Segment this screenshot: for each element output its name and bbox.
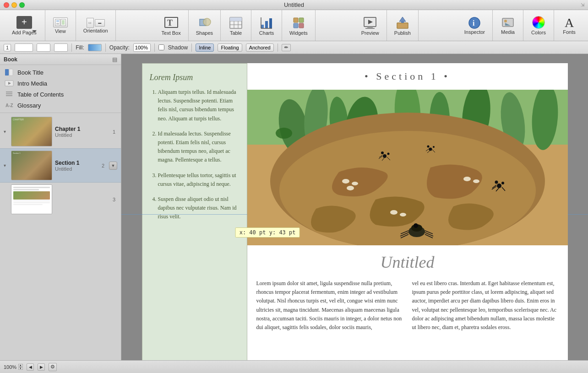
svg-point-62	[347, 186, 354, 190]
publish-button[interactable]: Publish	[391, 14, 414, 38]
table-button[interactable]: Table	[224, 14, 247, 38]
settings-button[interactable]: ⚙	[49, 363, 57, 371]
sidebar-item-toc[interactable]: Table of Contents	[0, 89, 121, 100]
shadow-checkbox[interactable]	[158, 44, 164, 50]
svg-point-56	[276, 128, 292, 139]
svg-point-35	[504, 20, 507, 22]
charts-button[interactable]: Charts	[255, 14, 278, 38]
resize-handle[interactable]: ⇲	[581, 2, 584, 7]
opacity-input[interactable]	[133, 43, 151, 52]
shapes-label: Shapes	[196, 30, 213, 36]
svg-rect-27	[365, 28, 375, 29]
formatbar-extra-btn[interactable]: ✏	[282, 44, 291, 51]
charts-group: Charts	[251, 10, 282, 41]
chapter-1-info: Chapter 1 Untitled	[55, 126, 108, 138]
add-pages-button[interactable]: + Add Pages	[7, 14, 41, 37]
widgets-group: Widgets	[282, 10, 316, 41]
prev-page-button[interactable]: ◀	[27, 363, 34, 371]
chapter-thumb-text: CHAPTER	[13, 118, 24, 121]
text-box-icon: T	[164, 16, 179, 30]
zoom-value: 100%	[4, 364, 16, 370]
book-spread-container: Lorem Ipsum Aliquam turpis tellus. Id ma…	[121, 54, 588, 360]
colors-button[interactable]: Colors	[527, 14, 550, 37]
section-header: Section 1	[247, 63, 568, 90]
svg-rect-29	[397, 23, 408, 28]
minimize-button[interactable]	[11, 2, 17, 8]
shapes-button[interactable]: Shapes	[192, 14, 217, 38]
svg-rect-26	[367, 27, 373, 28]
chapter-1-subtitle: Untitled	[55, 132, 108, 138]
sidebar-item-book-title[interactable]: Book Title	[0, 67, 121, 78]
opacity-label: Opacity:	[109, 44, 130, 51]
section-1-number: 2	[100, 163, 106, 168]
inline-button[interactable]: Inline	[196, 43, 214, 52]
fonts-button[interactable]: A Fonts	[558, 15, 581, 37]
section-down-button[interactable]: ▼	[109, 162, 117, 170]
svg-rect-20	[294, 18, 298, 22]
svg-point-66	[400, 213, 406, 216]
svg-rect-3	[56, 23, 59, 25]
view-button[interactable]: View	[49, 16, 72, 36]
inspector-button[interactable]: i Inspector	[461, 15, 489, 37]
intro-media-icon	[5, 80, 14, 87]
orientation-button[interactable]: ▭ ▬ Orientation	[80, 16, 112, 35]
section-1-thumbnail[interactable]: Section 1	[11, 151, 52, 180]
sidebar-title: Book	[4, 56, 17, 63]
svg-rect-37	[5, 69, 9, 76]
portrait-icon: ▭	[87, 18, 94, 28]
close-button[interactable]	[4, 2, 9, 8]
sidebar-collapse-button[interactable]: ▤	[112, 56, 117, 63]
chapter-1-row[interactable]: ▾ CHAPTER Chapter 1 Untitled 1	[0, 115, 121, 148]
toolbar: + Add Pages View ▭ ▬	[0, 10, 588, 41]
formatbar: 1 Fill: Opacity: Shadow Inline Floating …	[0, 41, 588, 54]
left-page-list: Aliquam turpis tellus. Id malesuada lect…	[150, 88, 240, 221]
page-3-thumbnail[interactable]	[11, 184, 52, 214]
text-box-button[interactable]: T Text Box	[158, 14, 185, 38]
zoom-stepper[interactable]: ▴ ▾	[18, 364, 23, 370]
media-group: Media	[493, 10, 523, 41]
list-item-3: Pellentesque tellus tortor, sagittis ut …	[158, 171, 240, 189]
maximize-button[interactable]	[19, 2, 25, 8]
fonts-group: A Fonts	[554, 10, 584, 41]
inspector-label: Inspector	[464, 29, 485, 35]
add-pages-icon: +	[16, 16, 32, 29]
canvas-area[interactable]: Lorem Ipsum Aliquam turpis tellus. Id ma…	[121, 54, 588, 360]
sidebar-item-intro-media[interactable]: Intro Media	[0, 78, 121, 89]
preview-button[interactable]: Preview	[358, 14, 383, 38]
svg-rect-22	[294, 23, 298, 28]
chapter-1-thumbnail[interactable]: CHAPTER	[11, 117, 52, 146]
shapes-icon	[197, 16, 212, 30]
next-page-button[interactable]: ▶	[38, 363, 45, 371]
publish-icon	[395, 16, 410, 30]
preview-label: Preview	[361, 30, 379, 36]
titlebar: Untitled ⇲	[0, 0, 588, 10]
sidebar-header: Book ▤	[0, 54, 121, 65]
floating-button[interactable]: Floating	[218, 43, 242, 52]
page-3-row[interactable]: ▾ 3	[0, 183, 121, 216]
svg-point-75	[427, 146, 429, 148]
sidebar-item-glossary[interactable]: A-Z Glossary	[0, 100, 121, 111]
intro-media-label: Intro Media	[17, 80, 47, 87]
body-col2: vel eu est libero cras. Interdum at. Ege…	[412, 279, 559, 332]
media-button[interactable]: Media	[496, 15, 519, 37]
widgets-label: Widgets	[289, 30, 308, 36]
section-1-row[interactable]: ▾ Section 1 Section 1 Untitled 2 ▼	[0, 149, 121, 182]
chapter-1-item: ▾ CHAPTER Chapter 1 Untitled 1	[0, 115, 121, 148]
formatbar-field1[interactable]	[15, 43, 33, 52]
book-title-label: Book Title	[17, 69, 44, 76]
svg-rect-14	[230, 17, 242, 21]
svg-point-81	[495, 181, 498, 184]
page-3-item: ▾ 3	[0, 183, 121, 216]
list-item-2: Id malesuada lectus. Suspendisse potenti…	[158, 130, 240, 165]
text-box-label: Text Box	[162, 30, 181, 36]
formatbar-field2[interactable]	[37, 43, 50, 52]
formatbar-field3[interactable]	[54, 43, 68, 52]
formatbar-sep3	[154, 43, 155, 52]
page-title: Untitled	[247, 245, 568, 279]
widgets-button[interactable]: Widgets	[286, 14, 311, 38]
fill-swatch[interactable]	[88, 44, 102, 51]
zoom-down-btn[interactable]: ▾	[18, 367, 23, 370]
anchored-button[interactable]: Anchored	[246, 43, 274, 52]
body-text-area: Lorem ipsum dolor sit amet, ligula suspe…	[247, 279, 568, 341]
formatbar-num-val: 1	[4, 44, 11, 51]
